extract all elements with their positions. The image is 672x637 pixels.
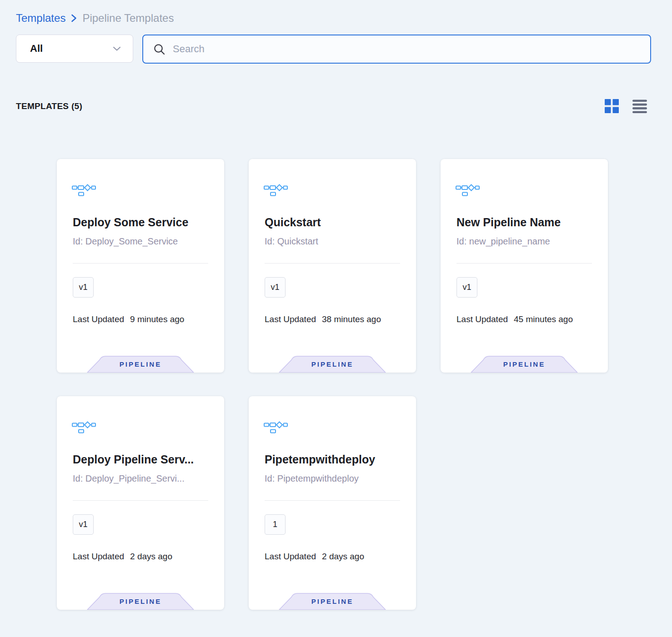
search-box bbox=[142, 35, 651, 64]
template-title: Deploy Pipeline Serv... bbox=[73, 453, 209, 466]
last-updated-label: Last Updated bbox=[73, 552, 124, 562]
version-badge: v1 bbox=[456, 277, 477, 298]
ribbon-label: PIPELINE bbox=[279, 360, 386, 368]
grid-view-icon bbox=[605, 99, 619, 113]
last-updated-value: 38 minutes ago bbox=[322, 314, 381, 324]
ribbon-label: PIPELINE bbox=[87, 597, 194, 605]
breadcrumb-current: Pipeline Templates bbox=[82, 12, 174, 25]
section-title: TEMPLATES (5) bbox=[16, 101, 82, 111]
last-updated-label: Last Updated bbox=[265, 552, 316, 562]
card-divider bbox=[265, 263, 400, 264]
last-updated: Last Updated 38 minutes ago bbox=[265, 314, 381, 324]
card-divider bbox=[456, 263, 592, 264]
last-updated: Last Updated 2 days ago bbox=[73, 552, 172, 562]
template-id: Id: new_pipeline_name bbox=[456, 236, 593, 247]
scope-dropdown[interactable]: All bbox=[16, 35, 133, 63]
pipeline-type-ribbon: PIPELINE bbox=[279, 356, 386, 373]
last-updated-value: 9 minutes ago bbox=[130, 314, 184, 324]
breadcrumb: Templates Pipeline Templates bbox=[16, 12, 174, 25]
last-updated: Last Updated 45 minutes ago bbox=[456, 314, 573, 324]
pipeline-type-ribbon: PIPELINE bbox=[87, 356, 194, 373]
pipeline-icon bbox=[72, 184, 96, 198]
template-card-new-pipeline-name[interactable]: New Pipeline Name Id: new_pipeline_name … bbox=[441, 159, 608, 373]
ribbon-label: PIPELINE bbox=[87, 360, 194, 368]
card-divider bbox=[73, 263, 208, 264]
template-title: Deploy Some Service bbox=[73, 216, 209, 229]
template-card-deploy-pipeline-service[interactable]: Deploy Pipeline Serv... Id: Deploy_Pipel… bbox=[57, 396, 224, 610]
template-card-deploy-some-service[interactable]: Deploy Some Service Id: Deploy_Some_Serv… bbox=[57, 159, 224, 373]
templates-grid: Deploy Some Service Id: Deploy_Some_Serv… bbox=[57, 159, 608, 610]
search-icon bbox=[153, 43, 165, 55]
template-card-quickstart[interactable]: Quickstart Id: Quickstart v1 Last Update… bbox=[249, 159, 416, 373]
last-updated-value: 45 minutes ago bbox=[514, 314, 573, 324]
template-card-pipetempwithdeploy[interactable]: Pipetempwithdeploy Id: Pipetempwithdeplo… bbox=[249, 396, 416, 610]
grid-view-button[interactable] bbox=[605, 99, 619, 113]
ribbon-label: PIPELINE bbox=[471, 360, 578, 368]
template-title: Quickstart bbox=[265, 216, 401, 229]
pipeline-icon bbox=[264, 421, 288, 435]
pipeline-icon bbox=[456, 184, 480, 198]
scope-dropdown-value: All bbox=[30, 43, 43, 55]
pipeline-icon bbox=[72, 421, 96, 435]
view-toggles bbox=[605, 99, 652, 113]
pipeline-type-ribbon: PIPELINE bbox=[279, 593, 386, 610]
template-title: Pipetempwithdeploy bbox=[265, 453, 401, 466]
last-updated: Last Updated 9 minutes ago bbox=[73, 314, 184, 324]
card-divider bbox=[265, 500, 400, 501]
version-badge: v1 bbox=[73, 514, 94, 535]
breadcrumb-link-templates[interactable]: Templates bbox=[16, 12, 65, 25]
template-id: Id: Deploy_Pipeline_Servi... bbox=[73, 473, 209, 484]
template-title: New Pipeline Name bbox=[456, 216, 593, 229]
template-id: Id: Deploy_Some_Service bbox=[73, 236, 209, 247]
card-divider bbox=[73, 500, 208, 501]
search-input[interactable] bbox=[173, 43, 640, 55]
ribbon-label: PIPELINE bbox=[279, 597, 386, 605]
section-header: TEMPLATES (5) bbox=[16, 99, 652, 113]
template-id: Id: Pipetempwithdeploy bbox=[265, 473, 401, 484]
list-view-icon bbox=[632, 100, 647, 113]
last-updated-value: 2 days ago bbox=[322, 552, 364, 562]
last-updated-value: 2 days ago bbox=[130, 552, 172, 562]
last-updated-label: Last Updated bbox=[265, 314, 316, 324]
last-updated-label: Last Updated bbox=[456, 314, 508, 324]
version-badge: v1 bbox=[73, 277, 94, 298]
chevron-right-icon bbox=[71, 14, 77, 23]
chevron-down-icon bbox=[113, 46, 121, 51]
template-id: Id: Quickstart bbox=[265, 236, 401, 247]
version-badge: 1 bbox=[265, 514, 286, 535]
pipeline-icon bbox=[264, 184, 288, 198]
list-view-button[interactable] bbox=[632, 100, 647, 113]
filter-row: All bbox=[16, 35, 651, 64]
version-badge: v1 bbox=[265, 277, 286, 298]
last-updated-label: Last Updated bbox=[73, 314, 124, 324]
pipeline-type-ribbon: PIPELINE bbox=[87, 593, 194, 610]
pipeline-type-ribbon: PIPELINE bbox=[471, 356, 578, 373]
last-updated: Last Updated 2 days ago bbox=[265, 552, 364, 562]
